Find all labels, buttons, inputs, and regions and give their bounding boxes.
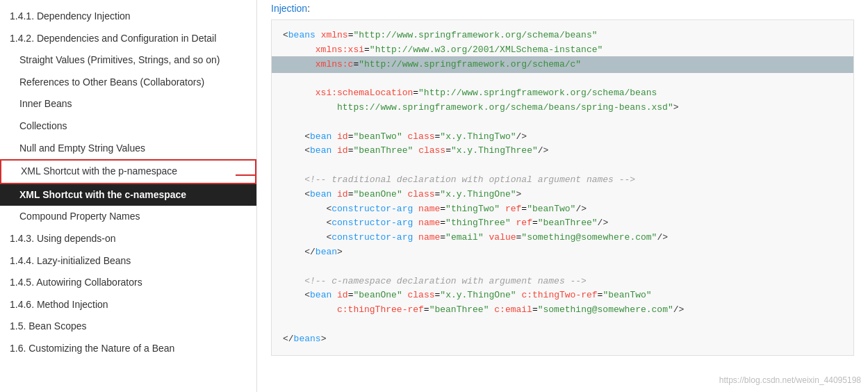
- sidebar-item-method-inj[interactable]: 1.4.6. Method Injection: [0, 294, 256, 316]
- sidebar-item-depends-on[interactable]: 1.4.3. Using depends-on: [0, 228, 256, 250]
- intro-paragraph: Injection:: [271, 3, 854, 14]
- sidebar-item-xml-c[interactable]: XML Shortcut with the c-namespace: [0, 184, 256, 206]
- sidebar-item-inner-beans[interactable]: Inner Beans: [0, 93, 256, 115]
- sidebar-item-null-empty[interactable]: Null and Empty String Values: [0, 138, 256, 160]
- sidebar-item-dep-config[interactable]: 1.4.2. Dependencies and Configuration in…: [0, 28, 256, 50]
- sidebar-item-references[interactable]: References to Other Beans (Collaborators…: [0, 72, 256, 94]
- sidebar-item-xml-p[interactable]: XML Shortcut with the p-namespace: [0, 159, 256, 184]
- sidebar-item-compound[interactable]: Compound Property Names: [0, 206, 256, 228]
- sidebar-item-bean-scopes[interactable]: 1.5. Bean Scopes: [0, 316, 256, 338]
- sidebar-item-customizing[interactable]: 1.6. Customizing the Nature of a Bean: [0, 338, 256, 360]
- watermark: https://blog.csdn.net/weixin_44095198: [719, 375, 861, 385]
- sidebar-item-dep-injection[interactable]: 1.4.1. Dependency Injection: [0, 6, 256, 28]
- sidebar-item-collections[interactable]: Collections: [0, 115, 256, 138]
- sidebar-item-autowiring[interactable]: 1.4.5. Autowiring Collaborators: [0, 272, 256, 294]
- sidebar: 1.4.1. Dependency Injection1.4.2. Depend…: [0, 0, 257, 392]
- main-content: Injection: <beans xmlns="http://www.spri…: [257, 0, 868, 392]
- sidebar-item-straight-values[interactable]: Straight Values (Primitives, Strings, an…: [0, 49, 256, 72]
- sidebar-item-lazy-init[interactable]: 1.4.4. Lazy-initialized Beans: [0, 250, 256, 272]
- code-block: <beans xmlns="http://www.springframework…: [271, 19, 854, 356]
- injection-link[interactable]: Injection: [271, 3, 307, 14]
